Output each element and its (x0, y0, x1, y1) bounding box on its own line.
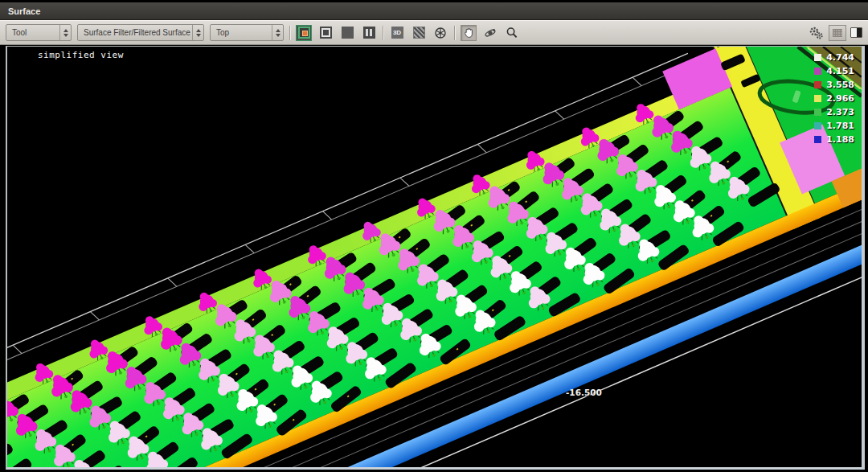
wheel-icon (434, 27, 447, 39)
toolbar-separator (289, 26, 290, 40)
solid-square-icon (342, 27, 354, 39)
window-title-bar: Surface (0, 0, 868, 20)
window-title: Surface (8, 6, 40, 16)
legend-entry: 4.151 (814, 66, 854, 76)
pan-tool-button[interactable] (461, 25, 477, 41)
legend-swatch (814, 122, 821, 129)
legend-swatch (814, 109, 821, 116)
viewport: simplified view 4.7444.1513.5582.9662.37… (0, 45, 868, 472)
hand-icon (463, 27, 475, 39)
spinner-arrows-icon (272, 25, 283, 40)
surface-3d-scene[interactable] (7, 47, 862, 467)
mode-label: simplified view (38, 50, 124, 60)
spinner-arrows-icon (192, 25, 203, 40)
mesh-display-button[interactable] (411, 25, 427, 41)
legend-entry: 1.188 (814, 134, 854, 145)
zoom-tool-button[interactable] (504, 25, 520, 41)
legend-swatch (814, 68, 821, 75)
legend-value: 2.966 (826, 93, 854, 104)
legend-swatch (814, 81, 821, 88)
legend-entry: 2.966 (814, 93, 854, 104)
legend-value: 1.188 (826, 134, 854, 145)
spinner-arrows-icon (59, 25, 71, 40)
elevation-legend: 4.7444.1513.5582.9662.3731.7811.188 (814, 52, 854, 148)
toolbar-separator (454, 26, 455, 40)
mesh-icon (413, 27, 425, 39)
legend-entry: 4.744 (814, 52, 854, 63)
orbit-icon (484, 27, 497, 39)
legend-swatch (814, 95, 821, 102)
view-3d-button[interactable]: 3D (389, 25, 405, 41)
render-mode-outline-button[interactable] (317, 25, 334, 41)
toolbar-separator (383, 26, 383, 40)
surface-filter-dropdown[interactable]: Surface Filter/Filtered Surface (77, 24, 204, 41)
surface-filter-dropdown-label: Surface Filter/Filtered Surface (78, 28, 192, 37)
legend-swatch (814, 136, 821, 143)
elevation-value-label: -16.500 (566, 388, 602, 397)
viewport-frame: simplified view 4.7444.1513.5582.9662.37… (6, 46, 865, 470)
legend-value: 3.558 (826, 80, 854, 90)
gears-icon[interactable] (809, 26, 825, 40)
wheel-view-button[interactable] (432, 25, 448, 41)
outline-square-icon (320, 27, 332, 39)
render-mode-split-button[interactable] (361, 25, 377, 41)
tool-dropdown-label: Tool (6, 28, 59, 37)
grid-icon (833, 29, 842, 37)
display-toggle-icon[interactable] (850, 27, 862, 38)
toolbar-right-group (809, 25, 862, 41)
render-mode-filled-button[interactable] (296, 25, 312, 41)
toolbar: Tool Surface Filter/Filtered Surface Top… (0, 20, 868, 45)
legend-entry: 2.373 (814, 107, 854, 117)
legend-value: 4.744 (826, 52, 854, 63)
legend-value: 4.151 (826, 66, 854, 76)
magnifier-icon (506, 27, 518, 39)
legend-entry: 3.558 (814, 80, 854, 90)
split-bars-icon (363, 27, 375, 39)
view-orientation-dropdown[interactable]: Top (210, 24, 284, 41)
view-orientation-dropdown-label: Top (211, 28, 272, 37)
tool-dropdown[interactable]: Tool (6, 24, 72, 41)
legend-swatch (814, 54, 821, 61)
3d-icon: 3D (391, 27, 403, 39)
render-mode-solid-button[interactable] (339, 25, 355, 41)
snapshot-button[interactable] (829, 25, 846, 41)
legend-value: 2.373 (826, 107, 854, 117)
legend-value: 1.781 (826, 121, 854, 131)
legend-entry: 1.781 (814, 121, 854, 131)
filled-square-icon (298, 27, 310, 39)
rotate-tool-button[interactable] (482, 25, 498, 41)
